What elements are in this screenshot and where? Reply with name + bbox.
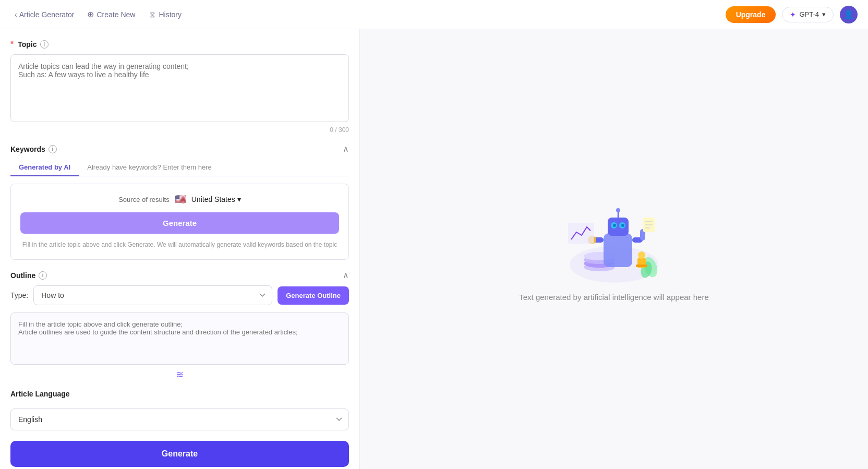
generate-label: Generate	[162, 449, 198, 458]
header: ‹ Article Generator ⊕ Create New ⧖ Histo…	[0, 0, 868, 29]
outline-info-icon[interactable]: i	[39, 271, 47, 280]
history-label: History	[159, 10, 182, 19]
right-panel: Text generated by artificial intelligenc…	[360, 29, 868, 469]
article-language-section: Article Language English Spanish French …	[10, 390, 349, 430]
us-flag-icon: 🇺🇸	[175, 194, 186, 205]
svg-point-9	[613, 224, 616, 227]
svg-point-12	[616, 208, 620, 212]
plus-circle-icon: ⊕	[87, 9, 94, 19]
robot-svg	[562, 197, 666, 285]
keywords-header: Keywords i ∧	[10, 144, 349, 154]
generate-outline-button[interactable]: Generate Outline	[278, 286, 349, 305]
history-icon: ⧖	[150, 10, 155, 19]
avatar-icon: 👤	[843, 9, 854, 19]
outline-header: Outline i ∧	[10, 270, 349, 280]
gpt-icon: ✦	[790, 10, 796, 19]
chevron-left-icon: ‹	[15, 10, 17, 19]
tab-generated-by-ai[interactable]: Generated by AI	[10, 159, 79, 176]
header-left: ‹ Article Generator ⊕ Create New ⧖ Histo…	[10, 6, 721, 22]
expand-outline-icon[interactable]: ≋	[10, 369, 349, 380]
main-layout: * Topic i 0 / 300 Keywords i ∧ Generated…	[0, 29, 868, 469]
topic-label-row: * Topic i	[10, 40, 349, 49]
source-row: Source of results 🇺🇸 United States ▾	[20, 194, 339, 205]
country-selector[interactable]: United States ▾	[191, 195, 241, 203]
topic-input[interactable]	[10, 54, 349, 122]
keywords-box: Source of results 🇺🇸 United States ▾ Gen…	[10, 184, 349, 260]
country-name: United States	[191, 195, 235, 203]
svg-rect-25	[636, 264, 647, 267]
char-count: 0 / 300	[10, 126, 349, 134]
generate-button[interactable]: Generate	[10, 441, 349, 467]
back-button[interactable]: ‹ Article Generator	[10, 7, 79, 22]
header-right: Upgrade ✦ GPT-4 ▾ 👤	[726, 6, 858, 23]
chevron-down-icon: ▾	[822, 10, 826, 18]
keywords-info-icon[interactable]: i	[49, 145, 57, 153]
outline-label-row: Outline i	[10, 271, 47, 280]
source-label: Source of results	[118, 196, 170, 203]
upgrade-button[interactable]: Upgrade	[726, 6, 776, 23]
keywords-hint: Fill in the article topic above and clic…	[20, 240, 339, 250]
outline-input[interactable]	[10, 312, 349, 365]
required-indicator: *	[10, 40, 14, 49]
keywords-label-row: Keywords i	[10, 145, 57, 153]
topic-section: * Topic i 0 / 300	[10, 40, 349, 134]
language-select[interactable]: English Spanish French German Chinese Ja…	[10, 408, 349, 430]
keywords-label: Keywords	[10, 145, 45, 153]
generate-keywords-label: Generate	[163, 219, 197, 227]
keywords-collapse-icon[interactable]: ∧	[343, 144, 349, 154]
chevron-down-icon: ▾	[237, 195, 241, 203]
svg-point-10	[621, 224, 624, 227]
article-language-text: Article Language	[10, 390, 70, 398]
generate-keywords-button[interactable]: Generate	[20, 212, 339, 234]
language-label: Article Language	[10, 390, 349, 398]
tab-manual-keywords[interactable]: Already have keywords? Enter them here	[79, 159, 220, 176]
app-title: Article Generator	[19, 10, 75, 19]
tab-manual-label: Already have keywords? Enter them here	[87, 163, 211, 171]
topic-info-icon[interactable]: i	[40, 40, 49, 49]
svg-rect-6	[608, 218, 629, 236]
keywords-section: Keywords i ∧ Generated by AI Already hav…	[10, 144, 349, 260]
type-label: Type:	[10, 291, 28, 299]
svg-rect-5	[604, 233, 632, 267]
svg-rect-21	[568, 223, 594, 244]
upgrade-label: Upgrade	[736, 10, 766, 19]
robot-illustration	[562, 197, 666, 280]
outline-collapse-icon[interactable]: ∧	[343, 270, 349, 280]
outline-label: Outline	[10, 271, 35, 280]
gpt-label: GPT-4	[799, 10, 819, 18]
left-panel: * Topic i 0 / 300 Keywords i ∧ Generated…	[0, 29, 360, 469]
outline-type-select[interactable]: How to Listicle Comparison Opinion News	[33, 285, 272, 305]
tab-ai-label: Generated by AI	[19, 163, 70, 171]
history-button[interactable]: ⧖ History	[143, 7, 188, 22]
outline-type-row: Type: How to Listicle Comparison Opinion…	[10, 285, 349, 305]
gen-outline-label: Generate Outline	[286, 292, 341, 299]
outline-section: Outline i ∧ Type: How to Listicle Compar…	[10, 270, 349, 380]
ai-placeholder-text: Text generated by artificial intelligenc…	[519, 293, 709, 302]
keywords-tabs: Generated by AI Already have keywords? E…	[10, 159, 349, 176]
topic-label: Topic	[18, 40, 37, 49]
avatar[interactable]: 👤	[840, 6, 858, 23]
svg-point-26	[638, 251, 645, 259]
gpt-selector[interactable]: ✦ GPT-4 ▾	[782, 7, 834, 22]
create-new-button[interactable]: ⊕ Create New	[81, 6, 142, 22]
create-new-label: Create New	[97, 10, 136, 19]
